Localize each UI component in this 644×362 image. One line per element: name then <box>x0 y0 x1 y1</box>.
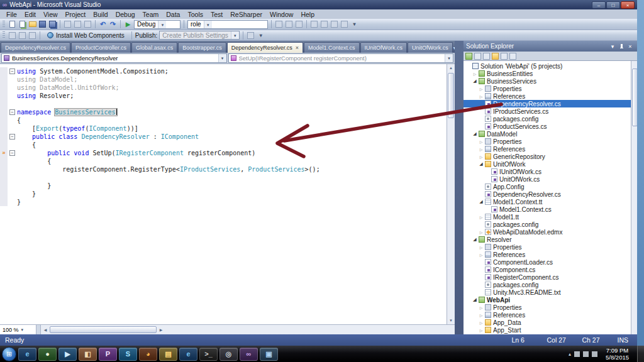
navigate-backward-icon[interactable] <box>285 20 293 28</box>
tree-item-dependencyresolver-cs[interactable]: DependencyResolver.cs <box>464 100 631 107</box>
menu-item-resharper[interactable]: ReSharper <box>226 10 266 19</box>
network-icon[interactable] <box>583 351 589 357</box>
tab-bootstrapper-cs[interactable]: Bootstrapper.cs <box>178 42 226 53</box>
save-all-icon[interactable] <box>48 20 57 28</box>
menu-item-tools[interactable]: Tools <box>184 10 207 19</box>
tree-item-model1-context-cs[interactable]: Model1.Context.cs <box>464 206 631 213</box>
taskbar-icon-media-player[interactable]: ▶ <box>58 348 77 361</box>
tree-item-businessservices[interactable]: ◢BusinessServices <box>464 77 631 85</box>
fold-toggle-icon[interactable]: − <box>9 150 15 156</box>
tree-expander-icon[interactable]: ▷ <box>478 215 484 219</box>
tree-item-resolver[interactable]: ◢Resolver <box>464 236 631 243</box>
collapse-all-icon[interactable] <box>492 53 499 60</box>
scroll-right-icon[interactable]: ▶ <box>157 325 165 334</box>
tree-item-app-data[interactable]: ▷App_Data <box>464 319 631 326</box>
cut-icon[interactable] <box>64 20 72 28</box>
tree-item-componentloader-cs[interactable]: ComponentLoader.cs <box>464 258 631 266</box>
find-in-files-icon[interactable] <box>275 20 283 28</box>
menu-item-file[interactable]: File <box>3 10 21 19</box>
solution-configurations-dropdown[interactable]: Debug ▾ <box>134 20 180 29</box>
tree-expander-icon[interactable]: ▷ <box>478 305 484 310</box>
publish-settings-dropdown[interactable]: Create Publish Settings ▾ <box>159 31 240 40</box>
maximize-button[interactable]: □ <box>606 1 620 9</box>
menu-item-edit[interactable]: Edit <box>21 10 40 19</box>
tree-expander-icon[interactable]: ▷ <box>478 147 484 151</box>
tree-item-productservices-cs[interactable]: ProductServices.cs <box>464 123 631 130</box>
tree-item-unity-mvc3-readme-txt[interactable]: Unity.Mvc3.README.txt <box>464 288 631 296</box>
tree-expander-icon[interactable]: ▷ <box>472 72 478 76</box>
tab-model1-context-cs[interactable]: Model1.Context.cs <box>304 42 360 53</box>
tree-item-areas[interactable]: ▷Areas <box>464 334 631 334</box>
redo-icon[interactable]: ↷ <box>109 20 117 28</box>
tree-expander-icon[interactable]: ▷ <box>478 155 484 159</box>
solution-explorer-header[interactable]: Solution Explorer ▾ × <box>464 41 637 52</box>
toolbox-icon[interactable] <box>340 20 348 28</box>
show-desktop-button[interactable] <box>637 346 644 362</box>
zoom-control[interactable]: 100 % ▾ <box>0 325 36 334</box>
members-dropdown[interactable]: SetUp(IRegisterComponent registerCompone… <box>228 53 454 63</box>
tree-item-iunitofwork-cs[interactable]: IUnitOfWork.cs <box>464 168 631 175</box>
taskbar-icon-internet-explorer[interactable]: e <box>18 348 36 361</box>
tab-productcontroller-cs[interactable]: ProductController.cs <box>71 42 131 53</box>
menu-item-test[interactable]: Test <box>207 10 226 19</box>
close-panel-icon[interactable]: × <box>626 43 635 50</box>
tree-item-app-config[interactable]: App.Config <box>464 183 631 190</box>
tree-item-properties[interactable]: ▷Properties <box>464 304 631 311</box>
tree-expander-icon[interactable]: ▷ <box>478 140 484 144</box>
tree-expander-icon[interactable]: ◢ <box>478 199 484 204</box>
open-file-icon[interactable] <box>28 20 36 28</box>
menu-item-data[interactable]: Data <box>162 10 184 19</box>
menu-item-team[interactable]: Team <box>139 10 163 19</box>
taskbar-icon-movie-maker[interactable]: ▣ <box>260 348 278 361</box>
tree-expander-icon[interactable]: ▷ <box>478 313 484 317</box>
types-dropdown[interactable]: BusinessServices.DependencyResolver ▾ <box>1 53 227 63</box>
scroll-down-icon[interactable]: ▼ <box>449 317 453 324</box>
tab-close-icon[interactable]: × <box>296 45 299 51</box>
toolbar-grip[interactable] <box>3 21 5 28</box>
taskbar-icon-paint[interactable]: ◧ <box>79 348 97 361</box>
splitter-handle[interactable] <box>36 325 41 334</box>
tree-expander-icon[interactable]: ◢ <box>478 162 484 167</box>
tree-item-model1-context-tt[interactable]: ◢Model1.Context.tt <box>464 198 631 206</box>
pin-icon[interactable] <box>617 43 626 50</box>
tree-item-icomponent-cs[interactable]: IComponent.cs <box>464 266 631 273</box>
tab-iunitofwork-cs[interactable]: IUnitOfWork.cs <box>360 42 407 53</box>
browse-with-icon[interactable] <box>8 31 16 40</box>
tree-item-app-start[interactable]: ▷App_Start <box>464 326 631 334</box>
menu-item-view[interactable]: View <box>40 10 62 19</box>
refresh-icon[interactable] <box>483 53 490 60</box>
tab-unitofwork-cs[interactable]: UnitOfWork.cs <box>408 42 453 53</box>
taskbar-icon-visual-studio[interactable]: ∞ <box>240 348 258 361</box>
menu-item-build[interactable]: Build <box>89 10 111 19</box>
close-button[interactable]: × <box>621 1 635 9</box>
window-position-icon[interactable]: ▾ <box>608 43 617 50</box>
tree-item-references[interactable]: ▷References <box>464 92 631 100</box>
view-in-browser-icon[interactable] <box>18 31 26 40</box>
tree-item-solution-webapi-5-projects[interactable]: Solution 'WebApi' (5 projects) <box>464 62 631 70</box>
tree-item-webapi[interactable]: ◢WebApi <box>464 296 631 304</box>
tree-expander-icon[interactable]: ▷ <box>478 321 484 325</box>
menu-item-help[interactable]: Help <box>297 10 318 19</box>
toolbar-options-icon[interactable]: ▾ <box>350 20 358 28</box>
tree-item-references[interactable]: ▷References <box>464 145 631 153</box>
taskbar-icon-command-prompt[interactable]: >_ <box>199 348 218 361</box>
tree-item-properties[interactable]: ▷Properties <box>464 243 631 251</box>
tree-expander-icon[interactable]: ◢ <box>472 131 478 136</box>
minimize-button[interactable]: – <box>592 1 606 9</box>
tree-item-genericrepository[interactable]: ▷GenericRepository <box>464 153 631 160</box>
view-designer-icon[interactable] <box>509 53 516 60</box>
tree-item-packages-config[interactable]: packages.config <box>464 221 631 228</box>
tab-dependencyresolver-cs[interactable]: DependencyResolver.cs <box>1 42 70 53</box>
tree-expander-icon[interactable]: ◢ <box>472 237 478 242</box>
object-browser-icon[interactable] <box>330 20 338 28</box>
add-item-icon[interactable] <box>18 20 26 28</box>
tree-item-references[interactable]: ▷References <box>464 251 631 258</box>
tree-expander-icon[interactable]: ▷ <box>478 87 484 91</box>
tree-item-references[interactable]: ▷References <box>464 311 631 319</box>
taskbar-icon-explorer[interactable]: ▤ <box>159 348 177 361</box>
tree-expander-icon[interactable]: ▷ <box>478 245 484 250</box>
tree-item-unitofwork-cs[interactable]: UnitOfWork.cs <box>464 175 631 183</box>
code-area[interactable]: −using System.ComponentModel.Composition… <box>0 64 447 324</box>
tree-item-model1-tt[interactable]: ▷Model1.tt <box>464 213 631 221</box>
navigate-forward-icon[interactable] <box>295 20 303 28</box>
